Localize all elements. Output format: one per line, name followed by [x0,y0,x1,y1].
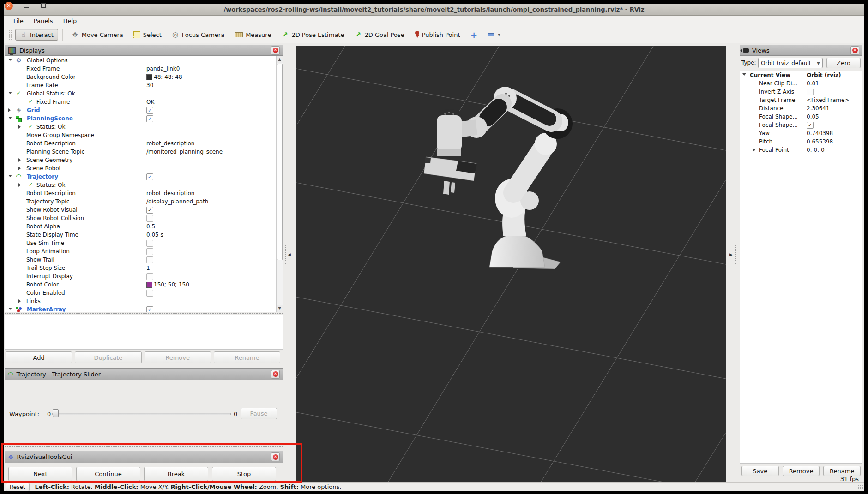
tree-row[interactable]: Pitch0.655398 [740,137,862,146]
tree-row[interactable]: Color Enabled [5,289,283,297]
collapse-arrow-icon[interactable] [8,92,12,94]
waypoint-slider-track[interactable] [52,413,231,415]
checkbox[interactable] [807,89,814,95]
displays-panel-header[interactable]: Displays ✕ [5,45,283,56]
checkbox[interactable] [146,240,153,247]
tree-row[interactable]: Background Color48; 48; 48 [5,73,283,81]
toolbar-drag-handle[interactable] [8,29,12,40]
tree-row[interactable]: Current ViewOrbit (rviz) [740,71,862,79]
tool-publish-point[interactable]: Publish Point [410,29,465,41]
tree-row[interactable]: Scene Geometry [5,156,283,164]
tree-row[interactable]: Trajectory Topic/display_planned_path [5,197,283,206]
expand-arrow-icon[interactable] [18,125,21,129]
tree-row[interactable]: MarkerArray✓ [5,305,283,312]
save-button[interactable]: Save [741,466,779,476]
next-button[interactable]: Next [8,467,72,481]
remove-button[interactable]: Remove [783,466,820,476]
tree-row[interactable]: Move Group Namespace [5,131,283,139]
break-button[interactable]: Break [144,467,208,481]
tree-row[interactable]: Robot Descriptionrobot_description [5,189,283,197]
tree-row[interactable]: Global Options [5,56,283,65]
left-splitter[interactable]: ◀ [285,240,292,269]
views-panel-header[interactable]: Views ✕ [740,45,862,56]
close-trajectory-slider-button[interactable]: ✕ [271,370,280,379]
tree-row[interactable]: Target Frame<Fixed Frame> [740,96,862,104]
tree-row[interactable]: Distance2.30641 [740,104,862,113]
3d-viewport[interactable] [296,46,726,482]
checkbox[interactable]: ✓ [146,173,153,180]
tree-row[interactable]: Scene Robot [5,164,283,173]
maximize-window-button[interactable] [41,3,46,8]
expand-arrow-icon[interactable] [753,148,755,152]
tree-row[interactable]: Show Robot Collision [5,214,283,222]
close-views-panel-button[interactable]: ✕ [850,46,859,55]
tree-row[interactable]: Use Sim Time [5,239,283,247]
expand-arrow-icon[interactable] [18,183,21,187]
menu-help[interactable]: Help [58,17,82,25]
tree-row[interactable]: Robot Color150; 50; 150 [5,280,283,289]
checkbox[interactable] [146,248,153,255]
stop-button[interactable]: Stop [212,467,276,481]
reset-button[interactable]: Reset [6,483,30,491]
tree-row[interactable]: Grid✓ [5,106,283,114]
tree-row[interactable]: State Display Time0.05 s [5,231,283,239]
tree-row[interactable]: Focal Point0; 0; 0 [740,146,862,154]
views-tree[interactable]: Current ViewOrbit (rviz)Near Clip Di...0… [740,71,862,464]
tool-interact-hand[interactable]: Interact [15,29,58,41]
collapse-arrow-icon[interactable] [8,59,12,61]
checkbox[interactable] [146,273,153,280]
tool-pose-estimate[interactable]: 2D Pose Estimate [277,29,349,41]
collapse-right-arrow-icon[interactable]: ▶ [729,252,733,257]
tool-select[interactable]: Select [129,29,166,41]
tree-row[interactable]: Fixed Framepanda_link0 [5,65,283,73]
expand-arrow-icon[interactable] [8,108,11,112]
menu-panels[interactable]: Panels [29,17,58,25]
pause-button[interactable]: Pause [241,408,277,419]
checkbox[interactable]: ✓ [146,306,153,312]
tree-row[interactable]: Focal Shape...0.05 [740,113,862,121]
tree-row[interactable]: Interrupt Display [5,272,283,280]
trajectory-slider-panel-header[interactable]: Trajectory - Trajectory Slider ✕ [5,368,283,380]
tree-row[interactable]: Status: Ok [5,123,283,131]
checkbox[interactable]: ✓ [146,107,153,114]
resize-grip[interactable] [858,484,863,490]
rename-button[interactable]: Rename [214,351,280,363]
zero-button[interactable]: Zero [826,58,861,68]
tree-row[interactable]: Show Trail [5,256,283,264]
tree-row[interactable]: Frame Rate30 [5,81,283,89]
checkbox[interactable] [146,290,153,297]
splitter-handle[interactable] [5,312,283,315]
tool-measure[interactable]: Measure [230,29,276,41]
tree-row[interactable]: Planning Scene Topic/monitored_planning_… [5,148,283,156]
add-button[interactable]: Add [6,351,72,363]
displays-tree[interactable]: ▲ ▼ Global OptionsFixed Framepanda_link0… [5,56,283,312]
tree-row[interactable]: Status: Ok [5,181,283,189]
menu-file[interactable]: File [8,17,29,25]
collapse-arrow-icon[interactable] [8,308,12,310]
collapse-arrow-icon[interactable] [742,73,746,76]
expand-arrow-icon[interactable] [18,299,21,303]
checkbox[interactable] [146,256,153,263]
tree-row[interactable]: Robot Alpha0.5 [5,222,283,231]
tree-row[interactable]: Show Robot Visual✓ [5,206,283,214]
tree-row[interactable]: Fixed FrameOK [5,98,283,106]
close-displays-panel-button[interactable]: ✕ [271,46,280,55]
collapse-arrow-icon[interactable] [8,117,12,119]
rename-button[interactable]: Rename [823,466,861,476]
tool-move-camera[interactable]: Move Camera [67,29,128,41]
expand-arrow-icon[interactable] [18,167,21,170]
expand-arrow-icon[interactable] [18,158,21,162]
tree-row[interactable]: Invert Z Axis [740,88,862,96]
visual-tools-panel-header[interactable]: RvizVisualToolsGui ✕ [5,451,283,463]
tree-row[interactable]: Links [5,297,283,305]
tree-row[interactable]: Loop Animation [5,247,283,256]
tool-focus-camera[interactable]: Focus Camera [167,29,229,41]
tree-row[interactable]: Near Clip Di...0.01 [740,79,862,88]
tree-row[interactable]: Global Status: Ok [5,89,283,98]
checkbox[interactable]: ✓ [807,122,814,129]
tool-minus[interactable]: ▾ [483,30,505,39]
waypoint-slider-handle[interactable] [53,409,59,417]
splitter-handle[interactable] [5,446,283,448]
duplicate-button[interactable]: Duplicate [75,351,141,363]
checkbox[interactable] [146,215,153,222]
